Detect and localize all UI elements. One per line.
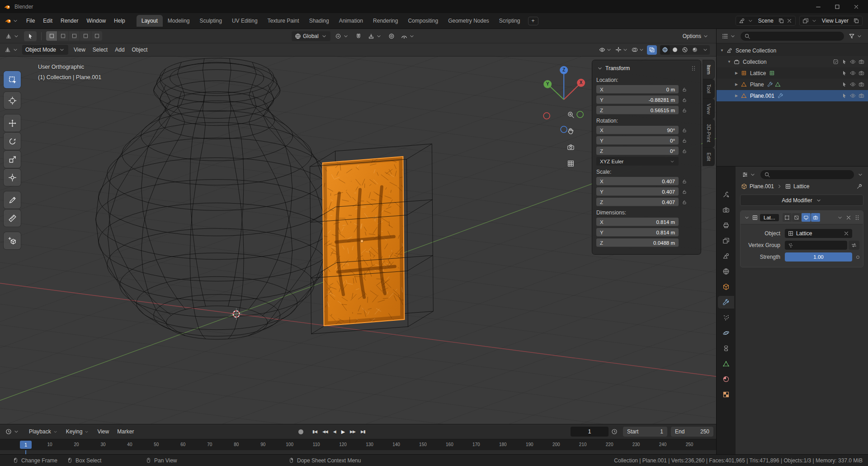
proportional-falloff-dropdown[interactable] [399,32,417,41]
outliner-filter-button[interactable] [847,32,864,41]
n-panel-tab-view[interactable]: View [703,99,714,119]
collapse-icon[interactable] [744,214,750,221]
modifier-toggle-realtime[interactable] [802,213,811,222]
field-location-z[interactable]: Z0.56515 m [596,106,679,114]
outliner-row-collection[interactable]: ▼Collection [717,56,868,67]
field-location-x[interactable]: X0 m [596,85,679,94]
tool-transform[interactable] [4,169,21,186]
breadcrumb-object[interactable]: Plane.001 [750,183,774,190]
pointer-icon[interactable] [841,70,847,76]
3d-cursor[interactable] [231,308,242,320]
properties-tab-tool[interactable] [718,188,734,201]
workspace-tab-layout[interactable]: Layout [137,15,163,27]
lock-icon[interactable] [682,179,687,184]
tool-scale[interactable] [4,151,21,168]
modifier-extras-icon[interactable] [837,214,843,221]
viewport-camera-button[interactable] [567,143,575,152]
current-frame-field[interactable]: 1 [571,427,609,437]
strength-decorator[interactable] [852,256,859,259]
select-mode-1[interactable] [57,31,68,41]
properties-tab-render[interactable] [718,204,734,216]
select-mode-0[interactable] [46,31,57,41]
viewport-zoom-button[interactable] [567,111,575,120]
blender-app-menu[interactable] [4,17,20,25]
outliner-row-plane[interactable]: ▶Plane [717,79,868,90]
n-panel-tab-item[interactable]: Item [703,60,714,79]
visibility-dropdown[interactable] [598,45,613,55]
playhead-line[interactable] [25,450,26,454]
selected-plane-object[interactable] [319,156,406,327]
menu-file[interactable]: File [22,16,39,26]
properties-tab-view-layer[interactable] [718,234,734,247]
properties-tab-material[interactable] [718,373,734,385]
outliner-row-plane-001[interactable]: ▶Plane.001 [717,90,868,101]
shading-options-dropdown[interactable] [700,45,710,55]
outliner-row-scene-collection[interactable]: ▼Scene Collection [717,45,868,56]
expander-icon[interactable]: ▶ [734,82,739,86]
tool-cursor-3d[interactable] [4,92,21,109]
tool-annotate[interactable] [4,191,21,209]
expander-icon[interactable]: ▶ [734,94,739,98]
playhead-badge[interactable]: 1 [20,441,32,449]
eye-icon[interactable] [850,93,856,99]
strength-slider[interactable]: 1.00 [785,252,852,262]
shading-solid-button[interactable] [670,45,680,55]
properties-tab-data[interactable] [718,357,734,370]
properties-search-input[interactable] [760,170,854,179]
select-mode-2[interactable] [69,31,80,41]
menu-edit[interactable]: Edit [39,16,57,26]
auto-key-record-button[interactable] [298,429,303,434]
workspace-tab-geometry-nodes[interactable]: Geometry Nodes [443,15,494,27]
timeline-menu-marker[interactable]: Marker [113,427,138,437]
view-layer-selector[interactable]: View Layer [799,16,863,26]
transform-panel-header[interactable]: Transform [596,63,697,74]
pointer-icon[interactable] [841,81,847,87]
expander-icon[interactable]: ▼ [719,48,725,52]
rotation-mode-dropdown[interactable]: XYZ Euler [596,157,679,166]
maximize-button[interactable] [830,2,844,12]
lock-icon[interactable] [682,148,687,154]
shading-rendered-button[interactable] [690,45,700,55]
lock-icon[interactable] [682,97,687,103]
new-view-layer-button[interactable] [853,18,859,24]
select-mode-4[interactable] [91,31,102,41]
add-workspace-button[interactable]: + [528,17,538,25]
modifier-delete-icon[interactable] [845,214,852,221]
timeline-editor-type-button[interactable] [4,427,21,436]
menu-render[interactable]: Render [57,16,82,26]
properties-editor-type-button[interactable] [740,170,758,179]
workspace-tab-uv-editing[interactable]: UV Editing [227,15,263,27]
options-dropdown[interactable]: Options [683,33,712,39]
properties-options-icon[interactable] [857,171,863,178]
invert-vertex-group-button[interactable] [849,241,859,250]
viewport-menu-object[interactable]: Object [128,45,151,55]
minimize-button[interactable] [811,2,826,12]
workspace-tab-rendering[interactable]: Rendering [368,15,403,27]
n-panel-tab-edit[interactable]: Edit [703,148,714,166]
panel-drag-icon[interactable] [690,65,697,71]
modifier-drag-icon[interactable] [854,214,860,221]
properties-tab-modifiers[interactable] [718,296,734,309]
timeline-track-area[interactable] [0,450,716,454]
field-location-y[interactable]: Y-0.88281 m [596,95,679,104]
editor-type-button[interactable] [4,32,21,41]
xray-toggle[interactable] [647,45,657,55]
navigation-gizmo[interactable]: ZXY [543,66,585,133]
proportional-edit-toggle[interactable] [387,32,396,41]
new-scene-button[interactable] [778,18,784,24]
camera-icon[interactable] [859,59,864,65]
modifier-object-field[interactable]: Lattice [785,229,852,238]
viewport-menu-view[interactable]: View [70,45,89,55]
tool-rotate[interactable] [4,133,21,150]
tool-select-box[interactable] [4,71,21,88]
camera-icon[interactable] [859,70,864,76]
workspace-tab-modeling[interactable]: Modeling [163,15,195,27]
pointer-icon[interactable] [841,59,847,65]
pivot-dropdown[interactable] [333,32,351,41]
shading-wireframe-button[interactable] [660,45,670,55]
pin-icon[interactable] [856,183,863,190]
workspace-tab-animation[interactable]: Animation [334,15,368,27]
viewport-editor-type-button[interactable] [3,45,20,54]
lock-icon[interactable] [682,200,687,205]
modifier-toggle-cage[interactable] [783,213,792,222]
